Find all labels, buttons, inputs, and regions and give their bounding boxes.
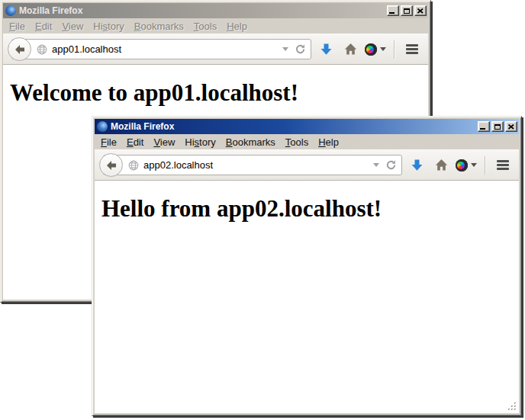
home-button[interactable]: [340, 40, 360, 59]
firefox-logo-icon: [97, 121, 108, 132]
menu-bar: File Edit View History Bookmarks Tools H…: [3, 18, 428, 34]
menu-bookmarks[interactable]: Bookmarks: [130, 19, 188, 34]
toolbar-separator: [394, 40, 395, 59]
maximize-icon: [404, 8, 410, 14]
downloads-button[interactable]: [316, 40, 336, 59]
addon-dropdown-icon: [471, 163, 477, 167]
window-title: Mozilla Firefox: [111, 121, 476, 132]
menu-edit[interactable]: Edit: [31, 19, 56, 34]
download-arrow-icon: [411, 159, 424, 172]
minimize-icon: [480, 128, 485, 130]
back-button[interactable]: [99, 153, 123, 177]
close-icon: [508, 124, 514, 130]
hamburger-menu-button[interactable]: [493, 155, 513, 175]
page-content-app02: Hello from app02.localhost!: [95, 181, 519, 413]
menu-tools[interactable]: Tools: [281, 135, 313, 149]
close-icon: [417, 8, 424, 14]
minimize-icon: [389, 12, 395, 14]
resize-grip[interactable]: [507, 401, 517, 412]
toolbar-separator: [485, 156, 485, 175]
url-bar[interactable]: app01.localhost: [11, 39, 311, 59]
globe-icon: [128, 160, 139, 171]
menu-bar: File Edit View History Bookmarks Tools H…: [95, 134, 519, 149]
urlbar-dropdown-icon[interactable]: [282, 47, 288, 51]
back-button[interactable]: [8, 37, 31, 61]
home-icon: [435, 159, 448, 172]
titlebar[interactable]: Mozilla Firefox: [95, 119, 519, 134]
hamburger-menu-button[interactable]: [402, 40, 422, 59]
url-bar[interactable]: app02.localhost: [103, 155, 402, 175]
menu-history[interactable]: History: [180, 135, 220, 149]
home-button[interactable]: [431, 155, 451, 175]
menu-view[interactable]: View: [149, 135, 179, 149]
maximize-icon: [494, 124, 501, 130]
downloads-button[interactable]: [407, 155, 427, 175]
addon-button[interactable]: [456, 155, 477, 175]
close-button[interactable]: [414, 5, 427, 16]
addon-dropdown-icon: [380, 47, 386, 51]
back-arrow-icon: [105, 159, 118, 172]
globe-icon: [37, 44, 47, 55]
close-button[interactable]: [505, 121, 517, 132]
addon-icon: [456, 159, 468, 172]
home-icon: [344, 43, 357, 56]
maximize-button[interactable]: [401, 5, 413, 16]
menu-help[interactable]: Help: [222, 19, 252, 34]
minimize-button[interactable]: [478, 121, 490, 132]
menu-view[interactable]: View: [57, 19, 88, 34]
reload-icon[interactable]: [385, 159, 397, 171]
urlbar-dropdown-icon[interactable]: [373, 163, 379, 167]
window-title: Mozilla Firefox: [19, 5, 385, 16]
navigation-toolbar: app02.localhost: [95, 149, 519, 181]
menu-tools[interactable]: Tools: [189, 19, 221, 34]
menu-history[interactable]: History: [89, 19, 128, 34]
back-arrow-icon: [14, 43, 26, 56]
menu-file[interactable]: File: [5, 19, 30, 34]
firefox-logo-icon: [5, 5, 16, 16]
browser-window-app02[interactable]: Mozilla Firefox File Edit View History B…: [92, 116, 522, 416]
addon-icon: [365, 43, 377, 56]
reload-icon[interactable]: [295, 43, 306, 55]
hamburger-icon: [406, 44, 418, 46]
menu-edit[interactable]: Edit: [122, 135, 148, 149]
titlebar[interactable]: Mozilla Firefox: [3, 3, 428, 18]
maximize-button[interactable]: [491, 121, 504, 132]
page-heading: Welcome to app01.localhost!: [10, 79, 428, 107]
hamburger-icon: [497, 160, 509, 162]
addon-button[interactable]: [365, 40, 386, 59]
menu-file[interactable]: File: [96, 135, 121, 149]
url-text: app02.localhost: [143, 159, 213, 171]
minimize-button[interactable]: [387, 5, 399, 16]
menu-help[interactable]: Help: [314, 135, 343, 149]
menu-bookmarks[interactable]: Bookmarks: [221, 135, 280, 149]
url-text: app01.localhost: [52, 43, 121, 55]
download-arrow-icon: [320, 43, 333, 56]
page-heading: Hello from app02.localhost!: [101, 195, 519, 223]
navigation-toolbar: app01.localhost: [3, 34, 428, 65]
